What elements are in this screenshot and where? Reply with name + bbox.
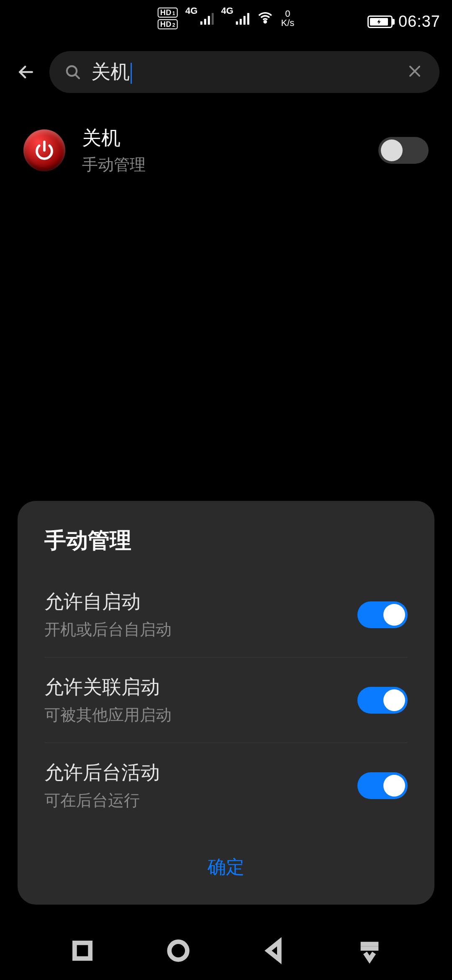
- search-value: 关机: [91, 61, 130, 83]
- toggle-auto-launch[interactable]: [357, 601, 408, 628]
- sheet-item-desc: 开机或后台自启动: [44, 619, 345, 640]
- status-center: HD 1 HD 2 4G 4G: [158, 8, 295, 29]
- svg-point-3: [169, 942, 187, 960]
- signal-1: 4G: [185, 12, 213, 25]
- status-bar: HD 1 HD 2 4G 4G: [0, 0, 452, 39]
- dropdown-icon: [356, 937, 383, 964]
- power-icon: [33, 139, 56, 162]
- triangle-back-icon: [260, 937, 287, 964]
- toggle-secondary-launch[interactable]: [357, 687, 408, 714]
- system-navbar: [0, 921, 452, 980]
- search-result-row[interactable]: 关机 手动管理: [0, 126, 452, 175]
- hd2-sub: 2: [172, 23, 175, 28]
- sheet-confirm-button[interactable]: 确定: [18, 836, 434, 888]
- hd-indicator-stack: HD 1 HD 2: [158, 8, 178, 29]
- net-speed: 0 K/s: [281, 9, 295, 28]
- sheet-item-secondary-launch: 允许关联启动 可被其他应用启动: [44, 657, 408, 743]
- result-title: 关机: [82, 126, 362, 151]
- signal-2: 4G: [221, 12, 249, 25]
- search-field[interactable]: 关机: [49, 51, 439, 93]
- search-input[interactable]: 关机: [91, 59, 397, 85]
- battery-icon: [367, 15, 393, 28]
- sheet-item-auto-launch: 允许自启动 开机或后台自启动: [18, 572, 434, 657]
- signal-2-bars: [236, 12, 249, 25]
- nav-back-button[interactable]: [260, 937, 287, 964]
- wifi-icon: [257, 9, 274, 28]
- signal-2-label: 4G: [221, 5, 233, 16]
- sheet-item-desc: 可在后台运行: [44, 790, 345, 811]
- result-toggle[interactable]: [378, 137, 429, 164]
- net-speed-unit: K/s: [281, 18, 295, 28]
- search-icon: [64, 64, 81, 80]
- hd1-badge: HD 1: [158, 8, 178, 18]
- hd2-text: HD: [160, 21, 172, 28]
- signal-1-label: 4G: [185, 5, 198, 16]
- signal-1-bars: [200, 12, 213, 25]
- power-app-icon: [23, 129, 65, 171]
- sheet-item-label: 允许后台活动: [44, 760, 345, 786]
- close-icon: [407, 63, 423, 79]
- hd2-badge: HD 2: [158, 19, 178, 29]
- clear-search-button[interactable]: [407, 63, 423, 81]
- square-icon: [69, 937, 96, 964]
- svg-point-0: [264, 21, 266, 23]
- sheet-item-desc: 可被其他应用启动: [44, 704, 345, 726]
- result-labels: 关机 手动管理: [82, 126, 362, 175]
- circle-icon: [165, 937, 192, 964]
- back-button[interactable]: [13, 59, 39, 85]
- sheet-item-label: 允许自启动: [44, 589, 345, 615]
- svg-rect-2: [74, 943, 90, 958]
- sheet-title: 手动管理: [18, 526, 434, 572]
- net-speed-num: 0: [285, 9, 290, 18]
- hd1-text: HD: [160, 9, 172, 16]
- search-header: 关机: [0, 47, 452, 97]
- manual-manage-sheet: 手动管理 允许自启动 开机或后台自启动 允许关联启动 可被其他应用启动 允许后台…: [18, 501, 434, 905]
- toggle-background[interactable]: [357, 772, 408, 799]
- result-subtitle: 手动管理: [82, 154, 362, 175]
- status-right: 06:37: [367, 13, 440, 31]
- nav-recent-button[interactable]: [69, 937, 96, 964]
- hd1-sub: 1: [172, 11, 175, 16]
- sheet-item-label: 允许关联启动: [44, 674, 345, 700]
- status-clock: 06:37: [398, 13, 440, 31]
- nav-dropdown-button[interactable]: [356, 937, 383, 964]
- sheet-item-background: 允许后台活动 可在后台运行: [44, 743, 408, 828]
- nav-home-button[interactable]: [165, 937, 192, 964]
